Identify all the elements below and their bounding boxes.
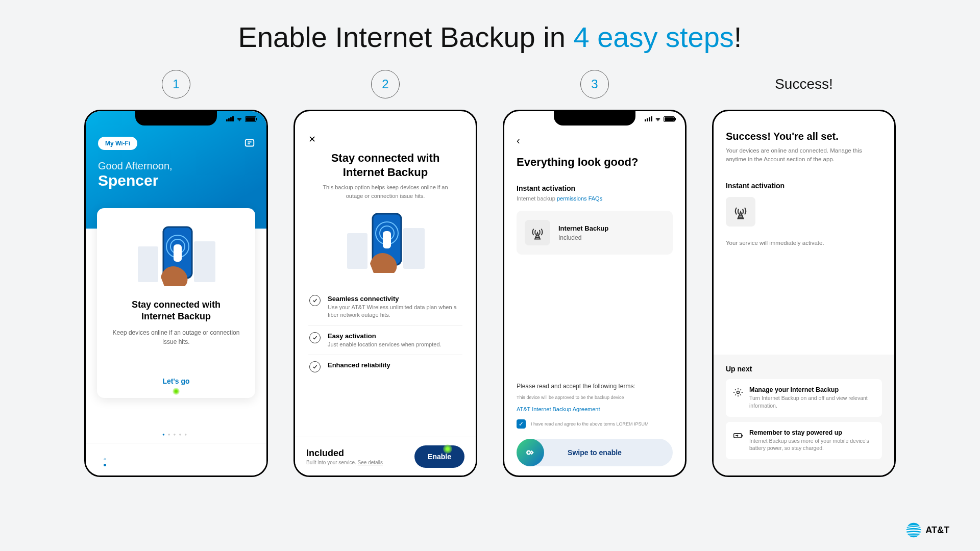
backup-card: Internet BackupIncluded — [517, 211, 673, 255]
globe-icon — [906, 522, 921, 538]
chat-icon[interactable] — [244, 138, 255, 149]
svg-rect-0 — [246, 140, 254, 146]
tower-icon — [726, 197, 755, 227]
check-icon — [309, 295, 321, 306]
swipe-to-enable[interactable]: Swipe to enable — [517, 439, 673, 466]
svg-point-18 — [737, 391, 740, 394]
up-next-card[interactable]: Manage your Internet BackupTurn Internet… — [726, 379, 882, 416]
battery-icon — [664, 116, 675, 122]
phone-mock-1: My Wi-Fi Good Afternoon, Spencer — [84, 110, 268, 477]
feature-item: Seamless connectivityUse your AT&T Wirel… — [308, 289, 462, 325]
svg-rect-2 — [194, 241, 215, 282]
step-badge-1: 1 — [162, 70, 190, 98]
terms-lead: Please read and accept the following ter… — [517, 383, 673, 390]
section-heading: Instant activation — [517, 184, 673, 192]
svg-rect-6 — [174, 244, 182, 262]
bottom-nav — [86, 443, 266, 475]
svg-rect-12 — [403, 228, 425, 269]
hand-phone-illustration — [308, 205, 462, 282]
agree-checkbox[interactable]: ✓ — [517, 419, 526, 429]
hand-phone-illustration — [105, 218, 247, 295]
section-heading: Instant activation — [726, 182, 882, 190]
card-description: Keep devices online if an outage or conn… — [105, 328, 247, 346]
screen-title: Everything look good? — [517, 156, 673, 169]
battery-arrow-icon — [733, 430, 743, 440]
tower-icon — [525, 220, 550, 245]
feature-item: Easy activationJust enable location serv… — [308, 325, 462, 355]
wifi-status-icon — [236, 115, 243, 122]
see-details-link[interactable]: See details — [358, 460, 383, 465]
phone-mock-3: ‹ Everything look good? Instant activati… — [503, 110, 687, 477]
promo-card: Stay connected withInternet Backup Keep … — [97, 208, 255, 398]
feature-item: Enhanced reliability — [308, 355, 462, 379]
svg-rect-1 — [138, 246, 158, 282]
close-icon[interactable]: ✕ — [308, 134, 462, 145]
pagination-dots: ●●●●● — [86, 432, 266, 437]
nav-home[interactable] — [104, 453, 106, 466]
back-icon[interactable]: ‹ — [517, 135, 673, 146]
page-title: Enable Internet Backup in 4 easy steps! — [0, 0, 980, 69]
signal-icon — [226, 116, 234, 121]
lets-go-link[interactable]: Let's go — [162, 377, 189, 385]
card-title: Stay connected withInternet Backup — [105, 299, 247, 323]
step-badge-2: 2 — [371, 70, 400, 98]
screen-title: Stay connected withInternet Backup — [308, 151, 462, 179]
battery-icon — [245, 116, 256, 122]
signal-icon — [645, 116, 652, 121]
greeting: Good Afternoon, — [98, 160, 254, 172]
agree-text: I have read and agree to the above terms… — [531, 421, 649, 427]
screen-title: Success! You're all set. — [726, 131, 882, 142]
built-into-text: Built into your service. See details — [306, 460, 383, 465]
enable-button[interactable]: Enable — [414, 445, 464, 468]
up-next-card[interactable]: Remember to stay powered upInternet Back… — [726, 422, 882, 459]
agreement-link[interactable]: AT&T Internet Backup Agreement — [517, 406, 673, 412]
wifi-status-icon — [654, 115, 662, 122]
terms-note: This device will be approved to be the b… — [517, 395, 673, 400]
screen-subtitle: This backup option helps keep devices on… — [308, 183, 462, 200]
highlight-dot-icon — [443, 444, 452, 454]
faq-link[interactable]: permissions FAQs — [557, 195, 602, 202]
highlight-dot-icon — [173, 388, 180, 395]
phone-mock-4: Success! You're all set. Your devices ar… — [712, 110, 896, 477]
user-name: Spencer — [98, 172, 254, 189]
step-badge-3: 3 — [580, 70, 609, 98]
check-icon — [309, 332, 321, 343]
up-next-heading: Up next — [726, 365, 882, 373]
gear-icon — [733, 387, 743, 397]
faq-text: Internet backup permissions FAQs — [517, 195, 673, 202]
wifi-pill[interactable]: My Wi-Fi — [98, 137, 137, 150]
phone-mock-2: ✕ Stay connected withInternet Backup Thi… — [293, 110, 477, 477]
att-logo: AT&T — [906, 522, 949, 538]
success-label: Success! — [775, 69, 833, 99]
svg-rect-16 — [383, 231, 391, 248]
included-label: Included — [306, 448, 383, 459]
check-icon — [309, 361, 321, 372]
activation-note: Your service will immediately activate. — [726, 240, 882, 246]
svg-rect-11 — [347, 233, 368, 269]
success-lead: Your devices are online and connected. M… — [726, 146, 882, 164]
